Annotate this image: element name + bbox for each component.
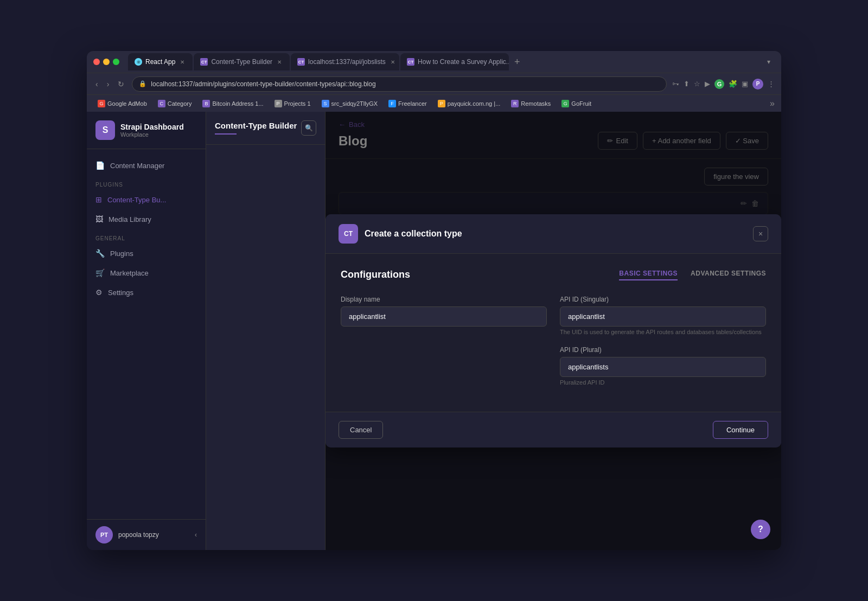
- modal-form-row-2: API ID (Plural) Pluralized API ID: [341, 346, 766, 386]
- create-collection-type-modal: CT Create a collection type × Configu: [326, 214, 781, 447]
- cancel-button[interactable]: Cancel: [339, 421, 383, 439]
- api-id-singular-hint: The UID is used to generate the API rout…: [560, 329, 766, 335]
- ctb-search-button[interactable]: 🔍: [301, 120, 316, 136]
- sidebar-marketplace-label: Marketplace: [110, 269, 149, 277]
- sidebar-content-manager-label: Content Manager: [110, 162, 164, 170]
- sidebar-ctb-label: Content-Type Bu...: [107, 196, 166, 204]
- ctb-panel-title: Content-Type Builder: [215, 120, 297, 131]
- modal-form-row-1: Display name API ID (Singular) The UID i…: [341, 296, 766, 335]
- sidebar-toggle-icon[interactable]: ▣: [742, 80, 748, 88]
- sidebar-header: S Strapi Dashboard Workplace: [87, 112, 206, 149]
- remotasks-icon: R: [511, 100, 519, 107]
- bookmark-projects[interactable]: P Projects 1: [270, 99, 315, 108]
- sidebar-footer: PT popoola topzy ‹: [87, 519, 206, 550]
- display-name-spacer: [341, 346, 547, 386]
- api-id-singular-input[interactable]: [560, 306, 766, 327]
- modal-close-button[interactable]: ×: [753, 226, 768, 241]
- api-id-plural-input[interactable]: [560, 357, 766, 377]
- bookmark-category[interactable]: C Category: [154, 99, 196, 108]
- tab-ctb-close[interactable]: ✕: [276, 58, 283, 66]
- tab-jobslists[interactable]: CT localhost:1337/api/jobslists ✕: [291, 53, 399, 71]
- tab-content-type-builder[interactable]: CT Content-Type Builder ✕: [194, 53, 290, 71]
- marketplace-icon: 🛒: [95, 268, 105, 277]
- url-bar[interactable]: 🔒 localhost:1337/admin/plugins/content-t…: [132, 76, 667, 92]
- sidebar-item-marketplace[interactable]: 🛒 Marketplace: [87, 263, 206, 283]
- ctb-panel-header: Content-Type Builder 🔍: [206, 112, 325, 145]
- tab-advanced-settings[interactable]: ADVANCED SETTINGS: [691, 270, 766, 280]
- continue-button[interactable]: Continue: [713, 421, 768, 439]
- main-content: ← Back Blog ✏ Edit + Add another field: [326, 112, 781, 550]
- sidebar-item-content-type-builder[interactable]: ⊞ Content-Type Bu...: [87, 190, 206, 209]
- address-bar: ‹ › ↻ 🔒 localhost:1337/admin/plugins/con…: [87, 73, 781, 94]
- help-button[interactable]: ?: [751, 520, 770, 539]
- tab-basic-settings[interactable]: BASIC SETTINGS: [619, 270, 678, 280]
- sidebar-item-media-library[interactable]: 🖼 Media Library: [87, 209, 206, 229]
- modal-title: Create a collection type: [365, 229, 462, 239]
- general-section-label: GENERAL: [87, 229, 206, 244]
- title-bar: ⚛ React App ✕ CT Content-Type Builder ✕ …: [87, 51, 781, 73]
- bookmark-remotasks[interactable]: R Remotasks: [507, 99, 555, 108]
- modal-overlay: CT Create a collection type × Configu: [326, 112, 781, 550]
- sidebar-plugins-label: Plugins: [110, 250, 133, 258]
- tab-react-app-label: React App: [145, 58, 175, 66]
- content-type-builder-icon: ⊞: [95, 195, 102, 204]
- tab-react-app[interactable]: ⚛ React App ✕: [128, 53, 193, 71]
- sidebar-app-subtitle: Workplace: [120, 131, 184, 138]
- sidebar-item-settings[interactable]: ⚙ Settings: [87, 283, 206, 302]
- bitcoin-icon: B: [202, 100, 210, 107]
- sidebar-app-title: Strapi Dashboard: [120, 123, 184, 131]
- modal-ct-badge: CT: [339, 224, 358, 244]
- forward-nav-button[interactable]: ›: [105, 78, 112, 91]
- new-tab-button[interactable]: +: [510, 56, 525, 68]
- modal-body: Configurations BASIC SETTINGS ADVANCED S…: [326, 254, 781, 412]
- modal-tabs: BASIC SETTINGS ADVANCED SETTINGS: [619, 270, 766, 280]
- close-window-button[interactable]: [93, 59, 100, 65]
- modal-footer: Cancel Continue: [326, 412, 781, 447]
- key-icon: 🗝: [672, 80, 679, 88]
- bookmarks-more-button[interactable]: »: [770, 99, 775, 108]
- share-icon[interactable]: ⬆: [684, 80, 690, 88]
- sidebar-user-name: popoola topzy: [118, 531, 159, 539]
- ctb-panel: Content-Type Builder 🔍: [206, 112, 326, 550]
- tab-list-button[interactable]: ▾: [763, 58, 775, 66]
- bookmark-src[interactable]: S src_sidqy2TllyGX: [317, 99, 382, 108]
- media-library-icon: 🖼: [95, 215, 103, 223]
- back-nav-button[interactable]: ‹: [93, 78, 100, 91]
- more-menu-icon[interactable]: ⋮: [768, 80, 775, 88]
- sidebar-item-content-manager[interactable]: 📄 Content Manager: [87, 156, 206, 175]
- modal-header: CT Create a collection type ×: [326, 214, 781, 254]
- puzzle-icon[interactable]: 🧩: [729, 80, 737, 88]
- bookmark-freelancer[interactable]: F Freelancer: [384, 99, 431, 108]
- display-name-label: Display name: [341, 296, 547, 303]
- bookmark-payquick[interactable]: P payquick.com.ng |...: [433, 99, 505, 108]
- url-bar-actions: 🗝 ⬆ ☆ ▶ G 🧩 ▣ P ⋮: [672, 79, 775, 89]
- tab-jobslists-close[interactable]: ✕: [389, 58, 397, 66]
- minimize-window-button[interactable]: [103, 59, 110, 65]
- src-icon: S: [322, 100, 329, 107]
- tab-react-app-close[interactable]: ✕: [178, 58, 186, 66]
- maximize-window-button[interactable]: [113, 59, 119, 65]
- url-text: localhost:1337/admin/plugins/content-typ…: [151, 80, 375, 88]
- gofruit-icon: G: [561, 100, 569, 107]
- plugins-section-label: PLUGINS: [87, 175, 206, 190]
- sidebar-item-plugins[interactable]: 🔧 Plugins: [87, 244, 206, 263]
- settings-icon: ⚙: [95, 288, 103, 297]
- bookmark-gofruit[interactable]: G GoFruit: [557, 99, 596, 108]
- lock-icon: 🔒: [139, 80, 146, 87]
- display-name-input[interactable]: [341, 306, 547, 327]
- api-id-plural-group: API ID (Plural) Pluralized API ID: [560, 346, 766, 386]
- bookmark-bitcoin[interactable]: B Bitcoin Address 1...: [198, 99, 267, 108]
- freelancer-icon: F: [388, 100, 396, 107]
- category-icon: C: [158, 100, 165, 107]
- sidebar-collapse-icon[interactable]: ‹: [195, 531, 197, 539]
- star-icon[interactable]: ☆: [694, 80, 700, 88]
- profile-avatar[interactable]: P: [752, 79, 763, 89]
- extension-icon[interactable]: G: [714, 79, 724, 89]
- reload-nav-button[interactable]: ↻: [116, 78, 126, 91]
- media-icon[interactable]: ▶: [705, 80, 710, 88]
- bookmark-google-admob[interactable]: G Google AdMob: [93, 99, 151, 108]
- user-avatar: PT: [95, 526, 113, 544]
- tab-survey[interactable]: CT How to Create a Survey Applic... ✕: [400, 53, 509, 71]
- api-id-plural-label: API ID (Plural): [560, 346, 766, 354]
- tab-jobslists-label: localhost:1337/api/jobslists: [308, 58, 386, 66]
